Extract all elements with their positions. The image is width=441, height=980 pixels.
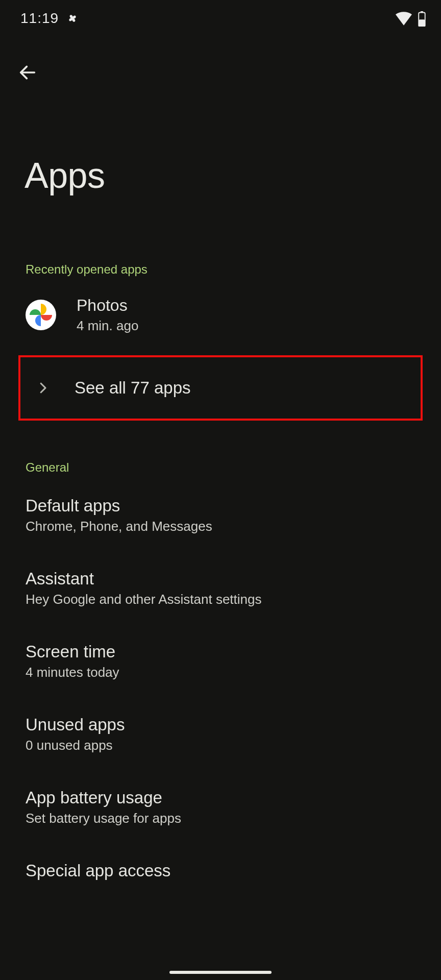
gesture-bar[interactable] (169, 971, 272, 974)
setting-assistant[interactable]: Assistant Hey Google and other Assistant… (0, 534, 441, 607)
setting-unused-apps[interactable]: Unused apps 0 unused apps (0, 680, 441, 753)
see-all-apps-button[interactable]: See all 77 apps (18, 355, 423, 421)
setting-sub: 4 minutes today (26, 665, 441, 680)
app-row-photos[interactable]: Photos 4 min. ago (0, 277, 441, 334)
setting-sub: Set battery usage for apps (26, 811, 441, 826)
chevron-right-icon (28, 373, 58, 403)
wifi-icon (396, 12, 412, 25)
setting-title: Unused apps (26, 715, 441, 734)
svg-rect-2 (419, 19, 425, 27)
setting-sub: Chrome, Phone, and Messages (26, 519, 441, 534)
setting-title: App battery usage (26, 788, 441, 807)
page-title: Apps (24, 155, 441, 196)
setting-title: Screen time (26, 642, 441, 662)
app-text: Photos 4 min. ago (77, 296, 138, 334)
status-left: 11:19 (20, 10, 79, 27)
pinwheel-icon (66, 12, 79, 25)
see-all-label: See all 77 apps (75, 378, 191, 398)
arrow-left-icon (17, 62, 38, 83)
status-right (396, 11, 426, 26)
section-label-recent: Recently opened apps (0, 262, 441, 277)
setting-title: Assistant (26, 569, 441, 589)
setting-sub: Hey Google and other Assistant settings (26, 592, 441, 607)
setting-sub: 0 unused apps (26, 738, 441, 753)
back-button[interactable] (16, 61, 39, 84)
setting-title: Default apps (26, 496, 441, 516)
status-bar: 11:19 (0, 0, 441, 32)
setting-default-apps[interactable]: Default apps Chrome, Phone, and Messages (0, 475, 441, 534)
battery-icon (418, 11, 426, 26)
photos-app-icon (26, 300, 56, 330)
setting-special-access[interactable]: Special app access (0, 826, 441, 880)
app-name: Photos (77, 296, 138, 315)
app-sub: 4 min. ago (77, 318, 138, 334)
clock: 11:19 (20, 10, 59, 27)
section-label-general: General (0, 460, 441, 475)
setting-battery-usage[interactable]: App battery usage Set battery usage for … (0, 753, 441, 826)
setting-screen-time[interactable]: Screen time 4 minutes today (0, 607, 441, 680)
